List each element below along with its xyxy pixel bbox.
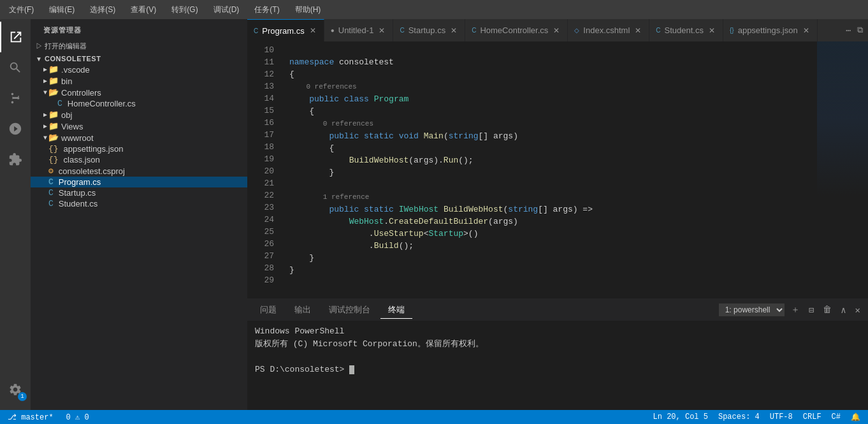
tab-untitled1[interactable]: ● Untitled-1 ✕ (324, 19, 394, 41)
terminal-content[interactable]: Windows PowerShell 版权所有 (C) Microsoft Co… (247, 321, 868, 410)
csproj-file-icon: ⚙ (48, 166, 54, 176)
tab-overflow-button[interactable]: ⋯ ⧉ (841, 19, 868, 41)
json-file-icon: {} (48, 155, 59, 164)
status-branch[interactable]: ⎇ master* (5, 413, 56, 422)
folder-icon: 📁 (48, 110, 59, 120)
extensions-icon[interactable] (0, 144, 31, 175)
panel-expand-button[interactable]: ∧ (838, 303, 848, 317)
tree-item-studentcs[interactable]: C Student.cs (31, 198, 247, 209)
tab-close-button[interactable]: ✕ (707, 26, 716, 36)
tab-appsettingsjson[interactable]: {} appsettings.json ✕ (723, 19, 818, 41)
menu-view[interactable]: 查看(V) (128, 3, 159, 17)
tab-indexcshtml[interactable]: ◇ Index.cshtml ✕ (568, 19, 649, 41)
code-editor[interactable]: 10 11 12 13 14 15 16 17 18 19 20 21 22 2… (247, 41, 868, 298)
code-content[interactable]: namespace consoletest { 0 references pub… (279, 41, 817, 298)
cs-file-icon: C (48, 188, 54, 198)
chevron-down-icon: ▼ (43, 135, 47, 142)
cs-file-icon: C (48, 199, 54, 208)
open-editors-section[interactable]: ▷ 打开的编辑器 (31, 39, 247, 52)
project-section[interactable]: ▼ CONSOLETEST (31, 52, 247, 64)
status-spaces[interactable]: Spaces: 4 (716, 413, 762, 422)
tree-item-homecontroller[interactable]: C HomeController.cs (31, 98, 247, 109)
tab-studentcs[interactable]: C Student.cs ✕ (649, 19, 723, 41)
tab-homecontrollercs[interactable]: C HomeController.cs ✕ (465, 19, 568, 41)
status-position[interactable]: Ln 20, Col 5 (651, 413, 711, 422)
status-eol[interactable]: CRLF (800, 413, 824, 422)
status-bar: ⎇ master* 0 ⚠ 0 Ln 20, Col 5 Spaces: 4 U… (0, 410, 868, 424)
panel-tab-terminal[interactable]: 终端 (380, 302, 412, 319)
tree-item-obj[interactable]: ▶ 📁 obj (31, 109, 247, 121)
tab-dot-icon: ● (331, 27, 335, 34)
code-line: { (279, 68, 817, 80)
panel-split-button[interactable]: ⊟ (806, 303, 816, 317)
tree-item-label: appsettings.json (64, 144, 124, 154)
code-line: namespace consoletest (279, 56, 817, 68)
tab-json-icon: {} (730, 27, 734, 34)
explorer-icon[interactable] (0, 22, 31, 52)
code-line: } (279, 166, 817, 179)
status-language[interactable]: C# (829, 413, 843, 422)
status-encoding[interactable]: UTF-8 (767, 413, 795, 422)
tree-item-wwwroot[interactable]: ▼ 📂 wwwroot (31, 132, 247, 143)
terminal-prompt-text: PS D:\consoletest> (255, 365, 349, 374)
tab-close-button[interactable]: ✕ (308, 26, 317, 36)
tree-item-label: consoletest.csproj (59, 166, 125, 176)
tab-label: HomeController.cs (480, 26, 548, 35)
menu-tasks[interactable]: 任务(T) (252, 3, 282, 17)
debug-icon[interactable] (0, 113, 31, 144)
folder-icon: 📁 (48, 76, 59, 86)
menu-edit[interactable]: 编辑(E) (47, 3, 77, 17)
settings-icon[interactable]: 1 (0, 374, 31, 405)
tree-item-startupcs[interactable]: C Startup.cs (31, 187, 247, 198)
code-line: .Build(); (279, 240, 817, 252)
menu-select[interactable]: 选择(S) (87, 3, 118, 17)
minimap-canvas (817, 41, 868, 298)
panel-tab-output[interactable]: 输出 (287, 302, 319, 318)
panel-close-button[interactable]: ✕ (853, 303, 863, 317)
menu-debug[interactable]: 调试(D) (211, 3, 242, 17)
tab-programcs[interactable]: C Program.cs ✕ (247, 19, 324, 41)
panel-add-button[interactable]: ＋ (788, 303, 802, 317)
tab-startupcs[interactable]: C Startup.cs ✕ (393, 19, 465, 41)
tab-close-button[interactable]: ✕ (552, 26, 561, 36)
tree-item-controllers[interactable]: ▼ 📂 Controllers (31, 87, 247, 98)
line-numbers: 10 11 12 13 14 15 16 17 18 19 20 21 22 2… (247, 41, 279, 298)
tabs-bar: C Program.cs ✕ ● Untitled-1 ✕ C Startup.… (247, 19, 868, 41)
panel-tab-debug[interactable]: 调试控制台 (321, 302, 378, 318)
status-errors[interactable]: 0 ⚠ 0 (64, 413, 92, 422)
sidebar-title: 资源管理器 (31, 19, 247, 39)
status-bell[interactable]: 🔔 (848, 413, 863, 422)
open-editors-label: ▷ 打开的编辑器 (36, 41, 87, 51)
terminal-select[interactable]: 1: powershell (719, 303, 785, 316)
search-activity-icon[interactable] (0, 52, 31, 83)
tree-item-bin[interactable]: ▶ 📁 bin (31, 75, 247, 87)
tree-item-appsettings[interactable]: {} appsettings.json (31, 143, 247, 154)
source-control-icon[interactable] (0, 83, 31, 113)
tab-close-button[interactable]: ✕ (802, 26, 811, 36)
menu-file[interactable]: 文件(F) (6, 3, 36, 17)
tab-close-button[interactable]: ✕ (633, 26, 642, 36)
chevron-right-icon: ▶ (43, 111, 47, 119)
tree-item-label: Program.cs (59, 177, 101, 187)
panel-tab-problems[interactable]: 问题 (252, 302, 284, 318)
tree-item-label: bin (61, 77, 72, 86)
panel-controls: 1: powershell ＋ ⊟ 🗑 ∧ ✕ (719, 303, 863, 317)
panel-trash-button[interactable]: 🗑 (820, 303, 834, 316)
code-line: 0 references (279, 117, 817, 130)
tree-item-programcs[interactable]: C Program.cs (31, 177, 247, 187)
tab-close-button[interactable]: ✕ (377, 26, 386, 36)
tree-item-views[interactable]: ▶ 📁 Views (31, 121, 247, 132)
menu-help[interactable]: 帮助(H) (293, 3, 324, 17)
tree-item-label: obj (61, 110, 72, 120)
menu-goto[interactable]: 转到(G) (169, 3, 200, 17)
tree-item-classjson[interactable]: {} class.json (31, 154, 247, 165)
tab-cs-icon: C (400, 27, 404, 34)
cs-file-icon: C (48, 177, 54, 187)
tab-label: Student.cs (665, 26, 704, 35)
tree-item-vscode[interactable]: ▶ 📁 .vscode (31, 64, 247, 75)
tab-close-button[interactable]: ✕ (449, 26, 458, 36)
code-line (279, 179, 817, 191)
json-file-icon: {} (48, 144, 59, 154)
split-editor-icon: ⧉ (857, 26, 863, 35)
tree-item-csproj[interactable]: ⚙ consoletest.csproj (31, 165, 247, 177)
